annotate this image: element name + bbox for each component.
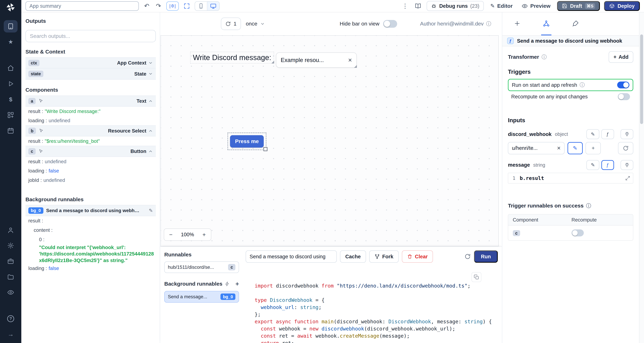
clear-selection-icon[interactable]: ×: [348, 56, 352, 64]
output-value: undefined: [45, 159, 66, 164]
text-component[interactable]: Write Discord message:: [190, 52, 274, 63]
plus-icon: [514, 20, 521, 27]
redo-icon[interactable]: ↷: [154, 2, 162, 10]
runnables-list: Runnables hub/1511/discord/se... c Backg…: [164, 247, 239, 343]
grid-alignment-icon[interactable]: |0|: [166, 2, 179, 10]
debug-runs-button[interactable]: Debug runs (23): [427, 1, 484, 11]
connect-plug-icon-button[interactable]: [620, 160, 633, 170]
copy-code-icon[interactable]: [472, 272, 481, 282]
interval-dropdown[interactable]: once: [246, 21, 265, 27]
docs-book-icon[interactable]: [414, 3, 422, 9]
message-expression-editor[interactable]: 1 b.result: [508, 173, 633, 184]
cache-button[interactable]: Cache: [340, 250, 366, 263]
settings-gear-icon[interactable]: [4, 240, 18, 252]
resources-icon[interactable]: [4, 109, 18, 121]
clear-resource-icon[interactable]: ×: [557, 144, 561, 152]
expand-editor-icon[interactable]: [625, 176, 630, 181]
add-transformer-button[interactable]: +Add: [609, 51, 633, 63]
deploy-button[interactable]: Deploy: [604, 1, 640, 11]
trash-icon: [407, 254, 412, 259]
info-icon: ⓘ: [580, 82, 585, 88]
components-title: Components: [26, 87, 156, 93]
output-kv-row: 0: [26, 235, 156, 244]
inputs-title: Inputs: [508, 117, 633, 124]
collapse-sidebar-icon[interactable]: →: [4, 328, 18, 340]
windmill-app-editor: ★ $ ? → ↶ ↷ |0| ⋮ Debug runs (23: [0, 0, 644, 343]
refresh-resource-button[interactable]: [618, 142, 633, 154]
add-background-runnable-button[interactable]: +: [236, 280, 239, 288]
favorites-icon[interactable]: ★: [4, 36, 18, 48]
mobile-view-icon[interactable]: [195, 2, 207, 10]
resize-handle[interactable]: [354, 65, 357, 68]
output-kv-row: loadingundefined: [26, 116, 156, 125]
schedules-icon[interactable]: [4, 124, 18, 137]
code-editor[interactable]: import discordwebhook from "https://deno…: [254, 268, 498, 343]
editor-mode-button[interactable]: ✎ Editor: [488, 3, 515, 9]
expression-icon-button[interactable]: ƒ: [601, 129, 614, 139]
component-a-row[interactable]: a Text: [26, 96, 156, 106]
insert-component-tab[interactable]: [512, 12, 522, 35]
resize-handle[interactable]: [271, 61, 274, 64]
app-canvas[interactable]: Write Discord message: Example resou... …: [160, 35, 498, 246]
package-icon: [609, 3, 615, 9]
runs-icon[interactable]: [4, 78, 18, 90]
variables-icon[interactable]: $: [4, 93, 18, 106]
home-icon[interactable]: [4, 62, 18, 74]
edit-pencil-icon[interactable]: ✎: [149, 208, 153, 214]
search-outputs-input[interactable]: [26, 30, 156, 42]
component-b-row[interactable]: b Resource Select: [26, 125, 156, 136]
button-component[interactable]: Press me: [230, 135, 264, 148]
static-edit-icon-button[interactable]: ✎: [586, 160, 599, 170]
code-editor-lines: import discordwebhook from "https://deno…: [254, 282, 498, 343]
fork-button[interactable]: Fork: [369, 250, 398, 263]
resource-value-input[interactable]: u/henri/te... ×: [508, 142, 564, 154]
refresh-count-button[interactable]: 1: [221, 18, 241, 30]
create-resource-button[interactable]: +: [586, 142, 601, 154]
connect-icon: [543, 20, 550, 27]
apps-nav-icon[interactable]: [4, 20, 18, 32]
state-output-row[interactable]: state State: [26, 68, 156, 80]
runnable-name-input[interactable]: Send a message to discord using: [246, 250, 337, 263]
expression-icon-button[interactable]: ƒ: [601, 160, 614, 170]
run-on-start-toggle[interactable]: [617, 82, 630, 88]
audit-logs-icon[interactable]: [4, 286, 18, 298]
resource-select-component[interactable]: Example resou... ×: [276, 52, 357, 68]
hide-bar-toggle[interactable]: [383, 20, 397, 28]
help-icon[interactable]: ?: [4, 312, 18, 325]
connect-plug-icon-button[interactable]: [620, 129, 633, 139]
zoom-out-button[interactable]: −: [164, 231, 178, 238]
bug-icon: [431, 3, 437, 9]
settings-connect-tab[interactable]: [541, 12, 552, 35]
static-edit-icon-button[interactable]: ✎: [586, 129, 599, 139]
component-c-row[interactable]: c Button: [26, 146, 156, 157]
output-kv-row: result"$res:u/henri/testing_bot": [26, 136, 156, 146]
draft-button[interactable]: Draft ⌘S: [557, 1, 600, 11]
selected-component-outline[interactable]: Press me: [228, 132, 266, 150]
info-icon: ⓘ: [586, 202, 591, 209]
reload-script-icon[interactable]: [464, 254, 471, 260]
workers-icon[interactable]: [4, 255, 18, 268]
app-summary-input[interactable]: [26, 1, 139, 11]
component-c-badge: c: [28, 148, 36, 154]
clear-button[interactable]: Clear: [402, 250, 433, 263]
fullscreen-icon[interactable]: [183, 3, 190, 9]
output-kv-row: resultundefined: [26, 157, 156, 166]
pick-resource-button[interactable]: ✎: [568, 142, 583, 154]
folders-icon[interactable]: [4, 271, 18, 283]
styling-tab[interactable]: [570, 12, 581, 35]
users-icon[interactable]: [4, 224, 18, 236]
preview-mode-button[interactable]: Preview: [519, 3, 553, 9]
recompute-toggle[interactable]: [618, 93, 630, 100]
runnable-item-bg0[interactable]: Send a message... bg_0: [164, 291, 239, 302]
run-button[interactable]: Run: [474, 250, 498, 263]
runnable-item-hub[interactable]: hub/1511/discord/se... c: [164, 262, 239, 273]
zoom-in-button[interactable]: +: [197, 231, 211, 238]
more-menu-icon[interactable]: ⋮: [401, 2, 409, 10]
bg0-output-row[interactable]: bg_0 Send a message to discord using web…: [26, 205, 156, 216]
scrollbar-thumb[interactable]: [640, 34, 643, 124]
undo-icon[interactable]: ↶: [143, 2, 150, 10]
recompute-c-toggle[interactable]: [572, 230, 584, 236]
transformer-label: Transformer: [508, 54, 539, 60]
desktop-view-icon[interactable]: [207, 2, 219, 10]
ctx-output-row[interactable]: ctx App Context: [26, 58, 156, 68]
